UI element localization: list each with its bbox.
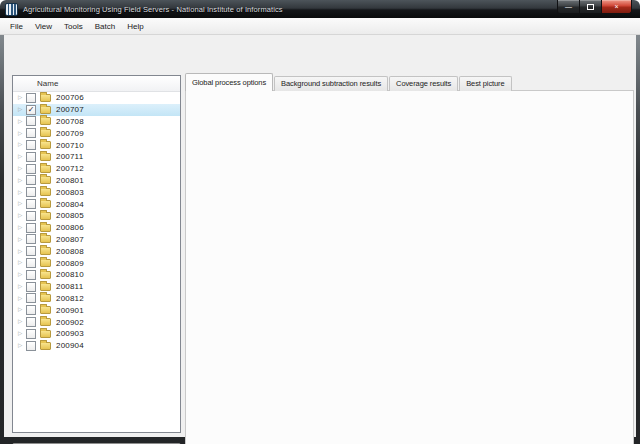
checkbox-200904[interactable] — [26, 341, 36, 351]
expander-icon[interactable]: ▷ — [18, 260, 26, 266]
tree-item-label: 200810 — [56, 270, 84, 279]
minimize-icon: — — [565, 3, 572, 10]
checkbox-200902[interactable] — [26, 317, 36, 327]
checkbox-200710[interactable] — [26, 140, 36, 150]
tree-item-200710[interactable]: ▷200710 — [13, 139, 180, 151]
tree-item-200706[interactable]: ▷200706 — [13, 92, 180, 104]
tree-item-200811[interactable]: ▷200811 — [13, 281, 180, 293]
checkbox-200810[interactable] — [26, 270, 36, 280]
tree-item-200707[interactable]: ▷✓200707 — [13, 104, 180, 116]
checkbox-200803[interactable] — [26, 187, 36, 197]
expander-icon[interactable]: ▷ — [18, 190, 26, 196]
title-bar[interactable]: Agricultural Monitoring Using Field Serv… — [0, 0, 640, 18]
expander-icon[interactable]: ▷ — [18, 107, 26, 113]
app-window: Agricultural Monitoring Using Field Serv… — [0, 0, 640, 444]
tree-item-label: 200708 — [56, 117, 84, 126]
expander-icon[interactable]: ▷ — [18, 131, 26, 137]
tab-best-picture[interactable]: Best picture — [459, 76, 511, 91]
expander-icon[interactable]: ▷ — [18, 119, 26, 125]
tree-item-200810[interactable]: ▷200810 — [13, 269, 180, 281]
tree-item-200901[interactable]: ▷200901 — [13, 304, 180, 316]
expander-icon[interactable]: ▷ — [18, 331, 26, 337]
close-button[interactable]: × — [602, 0, 632, 14]
maximize-button[interactable] — [580, 0, 602, 14]
expander-icon[interactable]: ▷ — [18, 154, 26, 160]
tab-background-subtraction-results[interactable]: Background subtraction results — [274, 76, 388, 91]
checkbox-200708[interactable] — [26, 116, 36, 126]
checkbox-200706[interactable] — [26, 93, 36, 103]
folder-icon — [40, 259, 51, 267]
folder-icon — [40, 283, 51, 291]
tree-item-label: 200904 — [56, 341, 84, 350]
checkbox-200901[interactable] — [26, 305, 36, 315]
checkbox-200809[interactable] — [26, 258, 36, 268]
tree-item-200808[interactable]: ▷200808 — [13, 245, 180, 257]
app-icon — [5, 3, 18, 16]
tree-item-200804[interactable]: ▷200804 — [13, 198, 180, 210]
expander-icon[interactable]: ▷ — [18, 237, 26, 243]
checkbox-200805[interactable] — [26, 211, 36, 221]
tree-item-200709[interactable]: ▷200709 — [13, 127, 180, 139]
tree-item-label: 200712 — [56, 164, 84, 173]
checkbox-200709[interactable] — [26, 128, 36, 138]
checkbox-200807[interactable] — [26, 234, 36, 244]
expander-icon[interactable]: ▷ — [18, 319, 26, 325]
menu-item-file[interactable]: File — [4, 18, 29, 35]
tab-global-process-options[interactable]: Global process options — [185, 73, 273, 91]
menu-bar: FileViewToolsBatchHelp — [0, 18, 640, 35]
checkbox-200808[interactable] — [26, 246, 36, 256]
expander-icon[interactable]: ▷ — [18, 166, 26, 172]
tab-coverage-results[interactable]: Coverage results — [389, 76, 458, 91]
tree-item-200801[interactable]: ▷200801 — [13, 175, 180, 187]
menu-item-view[interactable]: View — [29, 18, 58, 35]
menu-item-batch[interactable]: Batch — [89, 18, 121, 35]
expander-icon[interactable]: ▷ — [18, 343, 26, 349]
menu-item-tools[interactable]: Tools — [58, 18, 89, 35]
expander-icon[interactable]: ▷ — [18, 95, 26, 101]
tree-item-200712[interactable]: ▷200712 — [13, 163, 180, 175]
tree-item-200708[interactable]: ▷200708 — [13, 116, 180, 128]
window-content: Name ▷200706▷✓200707▷200708▷200709▷20071… — [4, 35, 636, 437]
checkbox-200903[interactable] — [26, 329, 36, 339]
expander-icon[interactable]: ▷ — [18, 178, 26, 184]
expander-icon[interactable]: ▷ — [18, 142, 26, 148]
checkbox-200806[interactable] — [26, 223, 36, 233]
tree-item-label: 200808 — [56, 247, 84, 256]
tree-item-200806[interactable]: ▷200806 — [13, 222, 180, 234]
expander-icon[interactable]: ▷ — [18, 284, 26, 290]
expander-icon[interactable]: ▷ — [18, 272, 26, 278]
checkbox-200712[interactable] — [26, 164, 36, 174]
tree-item-label: 200801 — [56, 176, 84, 185]
checkbox-200811[interactable] — [26, 282, 36, 292]
expander-icon[interactable]: ▷ — [18, 201, 26, 207]
folder-icon — [40, 129, 51, 137]
tree-item-label: 200903 — [56, 329, 84, 338]
folder-icon — [40, 117, 51, 125]
expander-icon[interactable]: ▷ — [18, 213, 26, 219]
tree-item-200809[interactable]: ▷200809 — [13, 257, 180, 269]
tree-body: ▷200706▷✓200707▷200708▷200709▷200710▷200… — [13, 92, 180, 352]
checkbox-200812[interactable] — [26, 293, 36, 303]
expander-icon[interactable]: ▷ — [18, 249, 26, 255]
tree-item-200807[interactable]: ▷200807 — [13, 234, 180, 246]
checkbox-200707[interactable]: ✓ — [26, 105, 36, 115]
expander-icon[interactable]: ▷ — [18, 296, 26, 302]
tree-item-200903[interactable]: ▷200903 — [13, 328, 180, 340]
tree-header-name[interactable]: Name — [13, 76, 180, 92]
tree-item-200902[interactable]: ▷200902 — [13, 316, 180, 328]
tree-item-200805[interactable]: ▷200805 — [13, 210, 180, 222]
minimize-button[interactable]: — — [557, 0, 580, 14]
checkbox-200711[interactable] — [26, 152, 36, 162]
expander-icon[interactable]: ▷ — [18, 225, 26, 231]
tree-item-200803[interactable]: ▷200803 — [13, 186, 180, 198]
tree-item-label: 200804 — [56, 200, 84, 209]
tree-item-200812[interactable]: ▷200812 — [13, 293, 180, 305]
tree-item-200904[interactable]: ▷200904 — [13, 340, 180, 352]
checkbox-200801[interactable] — [26, 175, 36, 185]
tree-item-label: 200711 — [56, 152, 83, 161]
checkbox-200804[interactable] — [26, 199, 36, 209]
tree-item-label: 200811 — [56, 282, 83, 291]
menu-item-help[interactable]: Help — [121, 18, 149, 35]
expander-icon[interactable]: ▷ — [18, 307, 26, 313]
tree-item-200711[interactable]: ▷200711 — [13, 151, 180, 163]
